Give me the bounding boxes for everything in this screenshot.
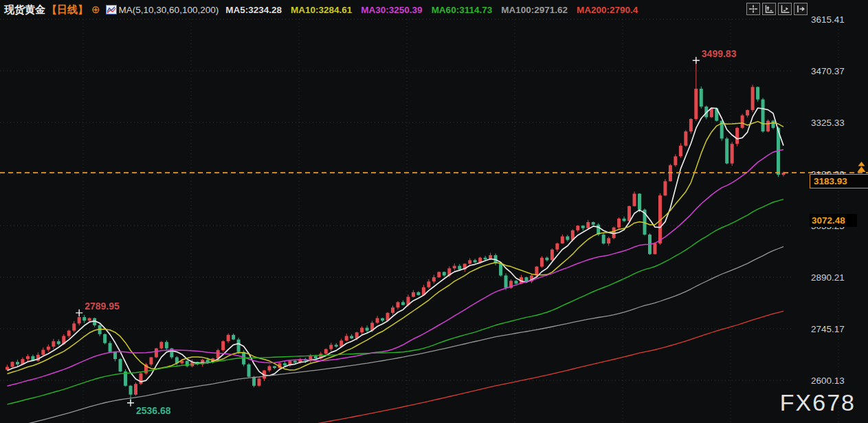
fit-screen-button[interactable]: [746, 3, 760, 15]
ma10-value: MA10:3284.61: [291, 5, 352, 15]
secondary-price-tag: 3072.48: [810, 214, 857, 227]
chart-header: 现货黄金 【日线】 ⊕ MA(5,10,30,60,100,200) MA5:3…: [4, 2, 647, 17]
axis-tick-label: 3615.41: [811, 14, 863, 25]
auto-scroll-button[interactable]: [778, 3, 792, 15]
ma200-value: MA200:2790.4: [577, 5, 638, 15]
ma30-value: MA30:3250.39: [361, 5, 422, 15]
ma-settings-label: MA(5,10,30,60,100,200): [119, 5, 219, 15]
indicator-chart-icon[interactable]: [106, 5, 117, 14]
axis-tick-label: 3470.37: [811, 66, 863, 76]
last-price-tag: 3183.93: [810, 174, 868, 188]
left-peak-annotation: 2789.95: [85, 301, 120, 312]
symbol-title: 现货黄金: [4, 3, 45, 17]
timeframe-label[interactable]: 【日线】: [47, 3, 88, 17]
ma5-value: MA5:3234.28: [225, 5, 282, 15]
candlestick-chart-canvas[interactable]: [0, 0, 868, 423]
fx678-watermark: FX678: [780, 389, 856, 416]
chart-toolbar: [746, 3, 808, 15]
globe-plus-icon[interactable]: ⊕: [91, 3, 100, 16]
ma100-value: MA100:2971.62: [501, 5, 568, 15]
high-price-annotation: 3499.83: [702, 48, 737, 59]
low-price-annotation: 2536.68: [136, 405, 171, 416]
axis-tick-label: 2890.21: [811, 272, 863, 283]
chart-window: 现货黄金 【日线】 ⊕ MA(5,10,30,60,100,200) MA5:3…: [0, 0, 868, 423]
axis-tick-label: 2600.13: [811, 376, 863, 386]
axis-tick-label: 2745.17: [811, 324, 863, 334]
ma60-value: MA60:3114.73: [432, 5, 493, 15]
pan-to-latest-button[interactable]: [794, 3, 808, 15]
scroll-to-latest-icon[interactable]: [856, 161, 867, 176]
scale-axis-button[interactable]: [762, 3, 776, 15]
axis-tick-label: 3325.33: [811, 118, 863, 128]
